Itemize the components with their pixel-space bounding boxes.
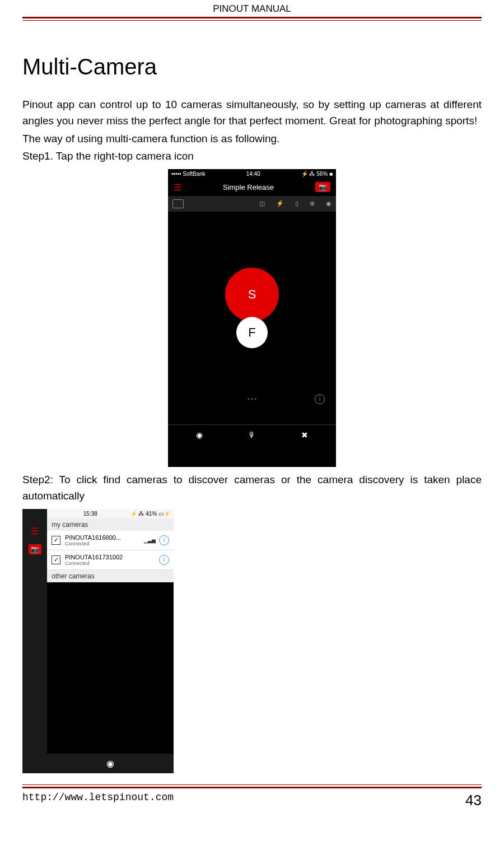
- shutter-button-s[interactable]: S: [225, 268, 279, 321]
- menu-icon[interactable]: ☰: [174, 182, 181, 193]
- status-time: 14:40: [246, 171, 260, 177]
- usage-paragraph: The way of using multi-camera function i…: [22, 130, 482, 147]
- info-icon[interactable]: i: [315, 394, 325, 404]
- flash-icon[interactable]: ⚡: [276, 200, 284, 207]
- camera-row[interactable]: ✓ PINOUTA161731002 Connected i: [47, 550, 174, 570]
- footer-rule-thin: [22, 784, 482, 785]
- record-icon[interactable]: ◉: [196, 431, 203, 440]
- section-my-cameras: my cameras: [47, 518, 174, 531]
- info-icon[interactable]: i: [159, 535, 169, 545]
- page-title: Multi-Camera: [22, 54, 482, 80]
- screen-title: Simple Release: [223, 183, 274, 191]
- page-dots: • • •: [248, 396, 256, 402]
- mic-icon[interactable]: 🎙: [248, 431, 256, 440]
- tools-icon[interactable]: ✖: [301, 431, 308, 440]
- camera-status: Connected: [65, 560, 156, 566]
- step1-text: Step1. Tap the right-top camera icon: [22, 148, 482, 164]
- side-strip: ☰ 📷: [22, 509, 47, 773]
- intro-paragraph: Pinout app can control up to 10 cameras …: [22, 96, 482, 129]
- screenshot-camera-list: ☰ 📷 15:38 ⚡ ⁂ 41% ▭⚡ my cameras ✓: [22, 509, 174, 773]
- camera-status: Connected: [65, 541, 144, 546]
- device-icon[interactable]: ▯: [295, 200, 298, 207]
- camera-button-side[interactable]: 📷: [29, 544, 41, 554]
- footer-url: http://www.letspinout.com: [22, 792, 174, 809]
- info-icon[interactable]: i: [159, 555, 169, 565]
- page-header-title: PINOUT MANUAL: [22, 0, 482, 17]
- page-number: 43: [465, 792, 482, 809]
- status-bar: ••••• SoftBank 14:40 ⚡ ⁂ 56% ■: [168, 169, 336, 179]
- status-battery: ⚡ ⁂ 56% ■: [301, 171, 333, 177]
- menu-icon[interactable]: ☰: [31, 526, 39, 536]
- status-bar: 15:38 ⚡ ⁂ 41% ▭⚡: [47, 509, 174, 518]
- header-rule-thick: [22, 17, 482, 18]
- step2-text: Step2: To click find cameras to discover…: [22, 471, 482, 504]
- status-battery: ⚡ ⁂ 41% ▭⚡: [130, 511, 170, 517]
- empty-area: [47, 582, 174, 754]
- camera-name: PINOUTA1616800...: [65, 534, 144, 541]
- section-other-cameras: other cameras: [47, 570, 174, 582]
- bottom-toolbar: ◉ 🎙 ✖: [168, 424, 336, 445]
- signal-icon: ▁▃▅: [144, 538, 156, 543]
- screenshot-simple-release: ••••• SoftBank 14:40 ⚡ ⁂ 56% ■ ☰ Simple …: [168, 169, 336, 467]
- add-icon[interactable]: ⊕: [310, 200, 315, 207]
- camera-row[interactable]: ✓ PINOUTA1616800... Connected ▁▃▅ i: [47, 531, 174, 550]
- toolbar: ◫ ⚡ ▯ ⊕ ◉: [168, 196, 336, 212]
- shutter-icon[interactable]: ◫: [259, 200, 265, 207]
- camera-button[interactable]: 📷: [315, 182, 330, 192]
- pin-icon[interactable]: ◉: [326, 200, 332, 207]
- focus-button-f[interactable]: F: [236, 317, 268, 348]
- checkbox-icon[interactable]: ✓: [52, 555, 60, 564]
- status-time: 15:38: [83, 511, 97, 517]
- camera-icon[interactable]: [172, 199, 184, 208]
- record-icon[interactable]: ◉: [106, 759, 114, 768]
- nav-bar: ☰ Simple Release 📷: [168, 179, 336, 196]
- bottom-bar: ◉: [47, 754, 174, 773]
- carrier-text: ••••• SoftBank: [171, 171, 206, 177]
- checkbox-icon[interactable]: ✓: [52, 536, 60, 545]
- camera-name: PINOUTA161731002: [65, 554, 156, 560]
